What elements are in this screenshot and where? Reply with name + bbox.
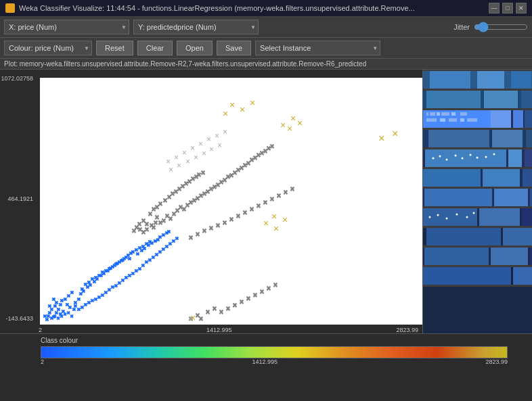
svg-rect-242	[521, 91, 532, 108]
svg-text:×: ×	[182, 148, 187, 158]
svg-rect-248	[426, 112, 428, 116]
svg-text:×: ×	[282, 214, 288, 225]
svg-text:×: ×	[263, 199, 267, 206]
jitter-controls: Jitter	[453, 22, 528, 32]
svg-text:×: ×	[273, 223, 279, 234]
svg-text:×: ×	[257, 202, 261, 210]
svg-text:×: ×	[223, 127, 227, 137]
save-button[interactable]: Save	[217, 41, 251, 55]
svg-text:×: ×	[95, 276, 99, 282]
window-controls: — □ ✕	[489, 3, 527, 14]
button-controls-row: Colour: price (Num) Reset Clear Open Sav…	[0, 38, 532, 59]
minimize-button[interactable]: —	[489, 3, 500, 14]
svg-text:×: ×	[280, 120, 286, 131]
svg-text:×: ×	[199, 315, 203, 323]
svg-text:×: ×	[213, 305, 217, 312]
svg-point-275	[493, 154, 495, 156]
svg-rect-306	[513, 267, 532, 285]
open-button[interactable]: Open	[177, 41, 213, 55]
svg-text:×: ×	[136, 251, 139, 257]
svg-text:×: ×	[250, 206, 254, 213]
svg-text:×: ×	[240, 104, 245, 115]
title-bar: Weka Classifier Visualize: 11:44:54 - fu…	[0, 0, 532, 17]
svg-text:×: ×	[189, 234, 193, 241]
svg-text:×: ×	[48, 310, 51, 316]
svg-rect-240	[426, 91, 481, 108]
svg-text:×: ×	[141, 217, 146, 225]
svg-rect-262	[526, 130, 532, 147]
svg-text:×: ×	[206, 135, 211, 144]
reset-button[interactable]: Reset	[96, 41, 133, 55]
scatter-plot[interactable]: × × × × × × × × × × × × × × × × ×	[40, 78, 422, 325]
scatter-svg: × × × × × × × × × × × × × × × × ×	[40, 78, 422, 325]
instance-dropdown[interactable]: Select Instance	[255, 41, 380, 55]
svg-rect-252	[451, 112, 456, 116]
svg-point-293	[466, 216, 468, 218]
svg-text:×: ×	[89, 282, 92, 288]
svg-text:×: ×	[77, 296, 81, 302]
plot-area: 1072.02758 464.1921 -143.6433 × × × × × …	[0, 70, 422, 333]
svg-text:×: ×	[145, 226, 149, 233]
svg-point-290	[437, 214, 439, 216]
svg-text:×: ×	[287, 123, 292, 134]
maximize-button[interactable]: □	[502, 3, 513, 14]
svg-text:×: ×	[240, 298, 244, 306]
y-mid-label: 464.1921	[7, 195, 33, 202]
svg-text:×: ×	[132, 227, 136, 235]
jitter-slider[interactable]	[474, 22, 528, 32]
svg-text:×: ×	[48, 303, 51, 309]
svg-rect-253	[460, 112, 467, 116]
svg-text:×: ×	[67, 310, 70, 315]
svg-text:×: ×	[60, 314, 63, 319]
jitter-label: Jitter	[453, 23, 470, 31]
svg-text:×: ×	[209, 225, 213, 232]
svg-text:×: ×	[189, 314, 194, 323]
y-axis-dropdown[interactable]: Y: predictedprice (Num)	[133, 20, 259, 34]
svg-text:×: ×	[290, 185, 294, 193]
svg-rect-279	[523, 169, 532, 187]
svg-text:×: ×	[229, 216, 234, 223]
svg-text:×: ×	[185, 157, 190, 166]
clear-button[interactable]: Clear	[137, 41, 173, 55]
svg-text:×: ×	[209, 145, 214, 154]
svg-text:×: ×	[116, 260, 119, 266]
svg-rect-249	[430, 112, 435, 116]
svg-rect-265	[508, 149, 522, 167]
close-button[interactable]: ✕	[516, 3, 527, 14]
svg-point-270	[455, 155, 457, 157]
x-axis-dropdown-wrapper: X: price (Num)	[4, 20, 129, 34]
svg-text:×: ×	[270, 143, 274, 150]
svg-rect-288	[522, 208, 532, 226]
svg-rect-278	[483, 169, 520, 187]
svg-rect-286	[423, 208, 477, 226]
svg-point-292	[456, 214, 458, 216]
x-axis-dropdown[interactable]: X: price (Num)	[4, 20, 129, 34]
svg-rect-245	[491, 110, 511, 128]
colour-dropdown[interactable]: Colour: price (Num)	[4, 41, 92, 55]
svg-rect-287	[479, 208, 520, 226]
svg-text:×: ×	[52, 296, 56, 302]
svg-text:×: ×	[194, 153, 198, 162]
y-axis-labels: 1072.02758 464.1921 -143.6433	[0, 75, 35, 322]
svg-rect-256	[449, 118, 457, 122]
svg-text:×: ×	[206, 308, 210, 316]
svg-text:×: ×	[202, 149, 206, 158]
svg-point-272	[470, 154, 472, 156]
svg-rect-235	[430, 71, 470, 89]
colorbar-max: 2823.99	[485, 358, 508, 365]
svg-rect-281	[424, 189, 492, 206]
svg-text:×: ×	[215, 131, 219, 141]
svg-text:×: ×	[223, 108, 228, 119]
svg-rect-266	[525, 149, 532, 167]
svg-text:×: ×	[154, 219, 158, 227]
svg-text:×: ×	[196, 231, 200, 238]
svg-text:×: ×	[243, 209, 247, 216]
svg-text:×: ×	[175, 235, 179, 241]
colorbar-section: Class colour 2 1412.995 2823.99	[0, 333, 532, 371]
svg-rect-302	[491, 247, 528, 265]
svg-text:×: ×	[217, 141, 222, 150]
x-mid-label: 1412.995	[206, 327, 232, 333]
svg-text:×: ×	[378, 133, 384, 144]
plot-title: Plot: memory-weka.filters.unsupervised.a…	[0, 59, 532, 70]
svg-point-274	[485, 156, 487, 158]
